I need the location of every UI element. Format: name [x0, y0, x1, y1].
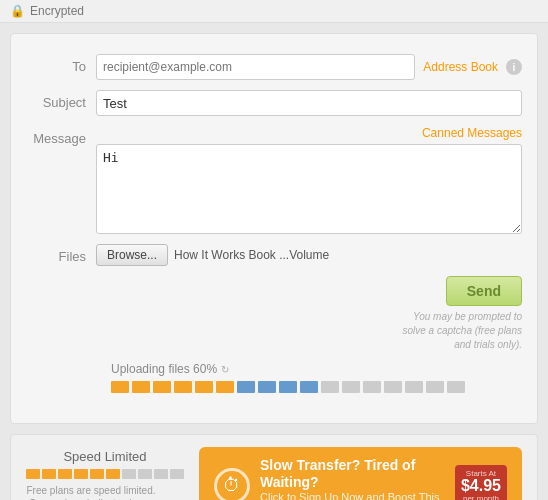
ad-section: Speed Limited Free plans are speed limit… [10, 434, 538, 500]
speed-bar [42, 469, 56, 479]
progress-segment [405, 381, 423, 393]
message-label: Message [26, 126, 96, 146]
send-section: Send You may be prompted to solve a capt… [26, 276, 522, 352]
canned-messages-link[interactable]: Canned Messages [96, 126, 522, 140]
info-icon[interactable]: i [506, 59, 522, 75]
progress-segment [321, 381, 339, 393]
files-field-container: Browse... How It Works Book ...Volume [96, 244, 522, 266]
speed-bars [26, 469, 184, 479]
ad-headline: Slow Transfer? Tired of Waiting? [260, 457, 445, 491]
ad-price-period: per month [461, 494, 501, 500]
progress-segment [195, 381, 213, 393]
speed-note: Free plans are speed limited. Orange bar… [26, 484, 156, 500]
browse-button[interactable]: Browse... [96, 244, 168, 266]
ad-text-area: Slow Transfer? Tired of Waiting? Click t… [260, 457, 445, 500]
top-bar: 🔒 Encrypted [0, 0, 548, 23]
clock-icon: ⏱ [214, 468, 250, 500]
speed-bar [106, 469, 120, 479]
refresh-icon: ↻ [221, 364, 229, 375]
progress-segment [363, 381, 381, 393]
progress-segment [426, 381, 444, 393]
speed-bar [138, 469, 152, 479]
to-input[interactable] [96, 54, 415, 80]
ad-price-amount: $4.95 [461, 478, 501, 494]
progress-segment [111, 381, 129, 393]
send-area: Send You may be prompted to solve a capt… [402, 276, 522, 352]
upload-label: Uploading files 60% ↻ [111, 362, 507, 376]
ad-price-badge: Starts At $4.95 per month [455, 465, 507, 500]
progress-segment [279, 381, 297, 393]
speed-bar [154, 469, 168, 479]
ad-banner[interactable]: ⏱ Slow Transfer? Tired of Waiting? Click… [199, 447, 522, 500]
to-field-container: Address Book i [96, 54, 522, 80]
to-label: To [26, 54, 96, 74]
speed-limited-panel: Speed Limited Free plans are speed limit… [26, 449, 184, 500]
subject-label: Subject [26, 90, 96, 110]
speed-bar [58, 469, 72, 479]
speed-bar [122, 469, 136, 479]
captcha-note: You may be prompted to solve a captcha (… [402, 310, 522, 352]
progress-segment [174, 381, 192, 393]
message-row: Message Canned Messages Hi [26, 126, 522, 234]
progress-segment [447, 381, 465, 393]
progress-segment [258, 381, 276, 393]
speed-bar [170, 469, 184, 479]
speed-bar [74, 469, 88, 479]
file-name: How It Works Book ...Volume [174, 248, 329, 262]
progress-segment [384, 381, 402, 393]
subject-input[interactable] [96, 90, 522, 116]
ad-subtext: Click to Sign Up Now and Boost This Tran… [260, 491, 445, 500]
progress-segment [153, 381, 171, 393]
speed-bar [26, 469, 40, 479]
to-row: To Address Book i [26, 54, 522, 80]
speed-limited-title: Speed Limited [26, 449, 184, 464]
upload-section: Uploading files 60% ↻ [26, 352, 522, 408]
encrypted-label: Encrypted [30, 4, 84, 18]
message-textarea[interactable]: Hi [96, 144, 522, 234]
progress-segment [216, 381, 234, 393]
compose-form: To Address Book i Subject Message Canned… [10, 33, 538, 424]
message-field-container: Canned Messages Hi [96, 126, 522, 234]
lock-icon: 🔒 [10, 4, 25, 18]
progress-segment [132, 381, 150, 393]
files-label: Files [26, 244, 96, 264]
speed-bar [90, 469, 104, 479]
subject-field-container [96, 90, 522, 116]
progress-segment [237, 381, 255, 393]
progress-segment [342, 381, 360, 393]
progress-segment [300, 381, 318, 393]
send-button[interactable]: Send [446, 276, 522, 306]
progress-bar [111, 381, 507, 393]
files-row: Files Browse... How It Works Book ...Vol… [26, 244, 522, 266]
subject-row: Subject [26, 90, 522, 116]
address-book-link[interactable]: Address Book [423, 60, 498, 74]
